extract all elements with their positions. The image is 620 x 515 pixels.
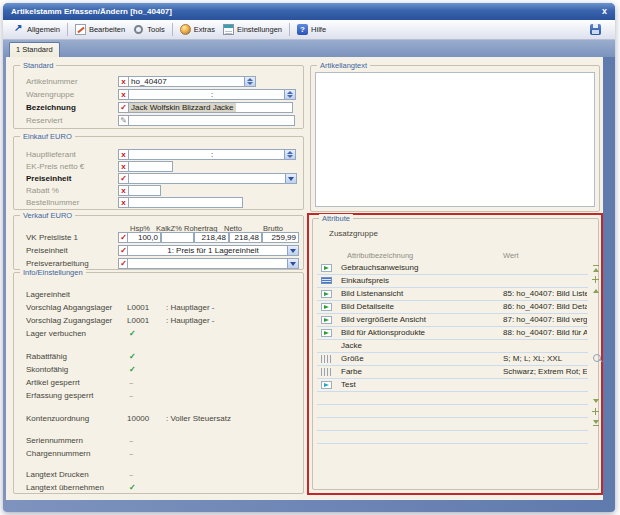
attribute-value: 86: ho_40407: Bild Detailseit [503,302,587,311]
warengruppe-input[interactable]: : [128,89,296,100]
menu-item-einstellungen[interactable]: Einstellungen [223,24,282,35]
attribute-row[interactable]: Einkaufspreis [317,275,588,288]
group-title: Verkauf EURO [20,211,75,220]
image-icon [321,316,332,324]
field-label: Warengruppe [26,90,74,99]
menu-item-allgemein[interactable]: Allgemein [13,24,60,35]
menu-item-bearbeiten[interactable]: Bearbeiten [75,24,125,35]
image-icon [321,290,332,298]
price-field[interactable] [161,232,194,243]
tab-standard[interactable]: 1 Standard [9,42,60,57]
bestellnummer-input[interactable] [128,197,243,208]
info-text: : Hauptlager - [166,303,214,312]
attribute-name: Größe [341,354,364,363]
field-value: Jack Wolfskin Blizzard Jacke [129,103,236,112]
field-row-rabatt: Rabatt % [14,185,303,197]
magnifier-icon[interactable] [593,354,601,362]
attribute-row[interactable]: GrößeS; M; L; XL; XXL [317,353,588,366]
menu-item-label: Extras [194,25,215,34]
field-row-bezeichnung: BezeichnungJack Wolfskin Blizzard Jacke [14,102,303,114]
group-attribute: Attribute Zusatzgruppe Attributbezeichnu… [312,218,599,490]
attribute-row[interactable]: Test [317,379,588,392]
info-label: Langtext Drucken [26,470,89,479]
attribute-name: Bild Listenansicht [341,289,403,298]
attribute-row[interactable]: FarbeSchwarz; Extrem Rot; Extre [317,366,588,379]
field-value: 1: Preis für 1 Lagereinheit [128,246,298,255]
tab-strip: 1 Standard [3,40,615,57]
attribute-name: Einkaufspreis [341,276,389,285]
scroll-add-top-icon[interactable] [592,276,600,284]
field-label: EK-Preis netto € [26,162,84,171]
spinner-button[interactable] [244,77,255,86]
dash-mark: -- [129,470,132,479]
price-field[interactable]: 259,99 [262,232,299,243]
attribute-row[interactable]: Bild Detailseite86: ho_40407: Bild Detai… [317,301,588,314]
attribute-row[interactable] [317,392,588,405]
price-field[interactable]: 218,48 [194,232,229,243]
attribute-row[interactable]: Bild vergrößerte Ansicht87: ho_40407: Bi… [317,314,588,327]
image-icon [321,264,332,272]
attribute-row[interactable] [317,405,588,418]
attribute-row[interactable]: Gebrauchsanweisung [317,262,588,275]
spinner-button[interactable] [284,90,295,99]
attribute-row[interactable]: Bild Listenansicht85: ho_40407: Bild Lis… [317,288,588,301]
spinner-button[interactable] [284,150,295,159]
menu-item-hilfe[interactable]: Hilfe [297,24,326,35]
field-label: Preiseinheit [26,246,68,255]
save-button[interactable] [590,24,601,35]
price-field[interactable]: 218,48 [229,232,262,243]
info-code: L0001 [127,303,149,312]
title-bar: Artikelstamm Erfassen/Ändern [ho_40407] … [3,3,615,20]
rabatt-input[interactable] [128,185,161,196]
preisverarbeitung-input[interactable] [127,258,299,269]
ekpreis-input[interactable] [128,161,173,172]
field-label: VK Preisliste 1 [26,233,78,242]
scroll-up-icon[interactable] [592,287,600,295]
gear-icon [133,24,144,35]
price-fields: 100,0218,48218,48259,99 [127,232,299,243]
info-row: Vorschlag ZugangslagerL0001: Hauptlager … [14,316,303,326]
dropdown-button[interactable] [287,259,298,268]
attribute-row[interactable]: Bild für Aktionsprodukte88: ho_40407: Bi… [317,327,588,340]
zusatzgruppe-label: Zusatzgruppe [329,229,378,238]
field-row-reserviert: Reserviert [14,115,303,127]
hauptlieferant-input[interactable]: : [128,149,296,160]
preiseinheit-vk-input[interactable]: 1: Preis für 1 Lagereinheit [127,245,299,256]
info-text: : Hauptlager - [166,316,214,325]
field-label: Preiseinheit [26,174,71,183]
price-value: 259,99 [263,233,298,242]
langtext-textarea[interactable] [315,72,595,207]
field-row-preiseinheit-vk: Preiseinheit1: Preis für 1 Lagereinheit [14,245,303,257]
attribute-row[interactable]: Jacke [317,340,588,353]
check-mark: ✓ [129,483,136,492]
artikelnummer-input[interactable]: ho_40407 [128,76,256,87]
close-button[interactable]: x [602,3,607,20]
price-field[interactable]: 100,0 [127,232,161,243]
menu-item-tools[interactable]: Tools [133,24,165,35]
menu-item-label: Bearbeiten [89,25,125,34]
reserviert-input[interactable] [128,115,295,126]
preiseinheit-ek-input[interactable] [128,173,297,184]
info-label: Rabattfähig [26,352,67,361]
bezeichnung-input[interactable]: Jack Wolfskin Blizzard Jacke [128,102,293,113]
field-value: : [129,90,295,99]
scroll-add-bottom-icon[interactable] [592,408,600,416]
group-title: Attribute [319,214,353,223]
attribute-row[interactable] [317,431,588,444]
column-header-value: Wert [503,251,519,260]
group-title: Info/Einstellungen [20,268,86,277]
bars-icon [321,368,331,376]
dropdown-button[interactable] [287,246,298,255]
attribute-row[interactable] [317,418,588,431]
field-row-preiseinheit-ek: Preiseinheit [14,173,303,185]
scroll-down-icon[interactable] [592,397,600,405]
price-value: 218,48 [230,233,261,242]
scroll-to-bottom-icon[interactable] [592,419,600,427]
dropdown-button[interactable] [285,174,296,183]
group-standard: Standard Artikelnummerho_40407Warengrupp… [13,65,304,129]
menu-item-extras[interactable]: Extras [180,24,215,35]
price-value: 100,0 [128,233,160,242]
attribute-name: Bild Detailseite [341,302,394,311]
scroll-to-top-icon[interactable] [592,265,600,273]
field-value: : [129,150,295,159]
